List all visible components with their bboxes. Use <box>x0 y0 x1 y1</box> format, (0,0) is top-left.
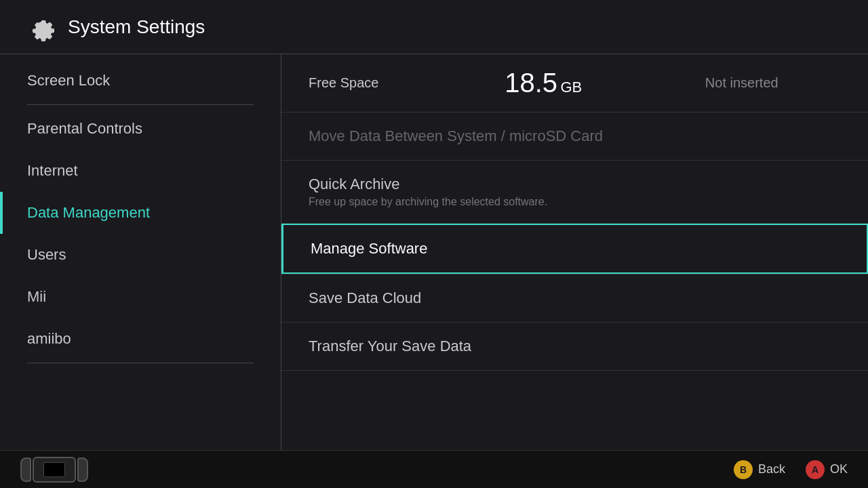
ok-button[interactable]: A OK <box>806 460 848 479</box>
content-item-move-data[interactable]: Move Data Between System / microSD Card <box>281 113 868 161</box>
free-space-label: Free Space <box>309 75 444 91</box>
sidebar-item-amiibo[interactable]: amiibo <box>0 318 281 360</box>
a-button-icon: A <box>806 460 825 479</box>
sidebar-item-mii[interactable]: Mii <box>0 276 281 318</box>
free-space-system: 18.5 GB <box>444 68 643 98</box>
back-button[interactable]: B Back <box>734 460 785 479</box>
back-label: Back <box>758 462 785 476</box>
sidebar-divider-1 <box>27 104 254 105</box>
header: System Settings <box>0 0 868 54</box>
content-item-quick-archive[interactable]: Quick Archive Free up space by archiving… <box>281 161 868 224</box>
sidebar-item-data-management[interactable]: Data Management <box>0 192 281 234</box>
free-space-microsd: Not inserted <box>643 75 842 91</box>
gear-icon <box>27 12 57 42</box>
switch-console-icon <box>20 457 88 483</box>
switch-screen-icon <box>43 462 65 477</box>
free-space-size: 18.5 <box>505 68 557 98</box>
header-title: System Settings <box>68 16 205 38</box>
content-item-manage-software[interactable]: Manage Software <box>281 224 868 274</box>
content-item-transfer-save-data[interactable]: Transfer Your Save Data <box>281 323 868 371</box>
quick-archive-subtext: Free up space by archiving the selected … <box>309 196 841 208</box>
content-area: Free Space 18.5 GB Not inserted Move Dat… <box>281 54 868 450</box>
sidebar-divider-2 <box>27 363 254 363</box>
free-space-unit: GB <box>561 79 583 96</box>
bottom-bar: B Back A OK <box>0 450 868 488</box>
main-layout: Screen Lock Parental Controls Internet D… <box>0 54 868 450</box>
b-button-icon: B <box>734 460 753 479</box>
ok-label: OK <box>830 462 848 476</box>
bottom-controls: B Back A OK <box>734 460 848 479</box>
free-space-row: Free Space 18.5 GB Not inserted <box>281 54 868 113</box>
sidebar-item-users[interactable]: Users <box>0 234 281 276</box>
joy-con-right-icon <box>77 458 88 482</box>
switch-body-icon <box>33 457 76 483</box>
sidebar-item-parental-controls[interactable]: Parental Controls <box>0 108 281 150</box>
content-item-save-data-cloud[interactable]: Save Data Cloud <box>281 274 868 323</box>
joy-con-left-icon <box>20 458 31 482</box>
sidebar-item-internet[interactable]: Internet <box>0 150 281 192</box>
sidebar: Screen Lock Parental Controls Internet D… <box>0 54 281 450</box>
free-space-not-inserted: Not inserted <box>705 75 778 90</box>
sidebar-item-screen-lock[interactable]: Screen Lock <box>0 60 281 102</box>
